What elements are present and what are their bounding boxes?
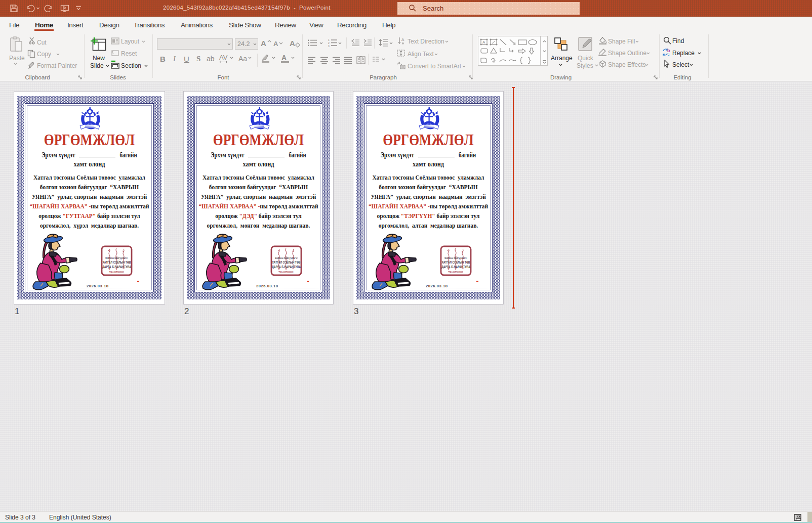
svg-text:Зохион байгуулагч:: Зохион байгуулагч: bbox=[444, 256, 467, 259]
svg-text:ДАРГА Б.НАРАНТУЯА: ДАРГА Б.НАРАНТУЯА bbox=[441, 265, 470, 269]
svg-text:A: A bbox=[401, 37, 404, 42]
svg-text:Зохион байгуулагч:: Зохион байгуулагч: bbox=[275, 256, 298, 259]
svg-text:ДАРГА Б.НАРАНТУЯА: ДАРГА Б.НАРАНТУЯА bbox=[272, 265, 301, 269]
svg-text:ХАТГАЛ СОЁЛЫН ТӨВ: ХАТГАЛ СОЁЛЫН ТӨВ bbox=[103, 260, 131, 264]
svg-text:3: 3 bbox=[328, 45, 330, 48]
svg-text:ДАРГА Б.НАРАНТУЯА: ДАРГА Б.НАРАНТУЯА bbox=[102, 265, 131, 269]
svg-text:ХАТГАЛ СОЁЛЫН ТӨВ: ХАТГАЛ СОЁЛЫН ТӨВ bbox=[442, 260, 470, 264]
svg-text:ХАТГАЛ СОЁЛЫН ТӨВ: ХАТГАЛ СОЁЛЫН ТӨВ bbox=[272, 260, 301, 264]
svg-text:РД№0001 5005008: РД№0001 5005008 bbox=[110, 271, 124, 273]
svg-text:РД№0001 5005008: РД№0001 5005008 bbox=[279, 271, 294, 273]
svg-text:A: A bbox=[482, 40, 485, 45]
svg-text:РД№0001 5005008: РД№0001 5005008 bbox=[449, 271, 463, 273]
svg-text:c: c bbox=[668, 52, 670, 56]
svg-text:Зохион байгуулагч:: Зохион байгуулагч: bbox=[105, 256, 128, 259]
